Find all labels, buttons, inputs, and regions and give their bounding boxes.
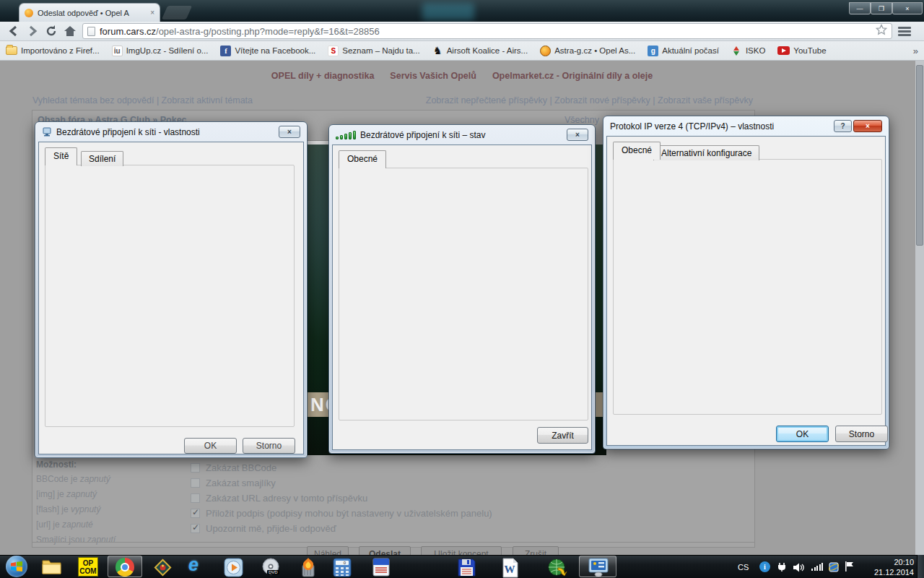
checkbox-attach-signature[interactable]: Přiložit podpis (podpisy mohou být nasta… <box>191 508 492 519</box>
chrome-icon[interactable] <box>116 558 134 577</box>
tab-alternative[interactable]: Alternativní konfigurace <box>653 145 759 160</box>
tray-volume-icon[interactable] <box>793 562 805 575</box>
close-button[interactable]: × <box>892 2 923 14</box>
scrollbar-thumb[interactable] <box>916 65 923 246</box>
bookmark-seznam[interactable]: SSeznam – Najdu ta... <box>328 46 419 56</box>
youtube-icon <box>777 46 790 55</box>
tab-general[interactable]: Obecné <box>339 150 386 168</box>
bookmark-pocasi[interactable]: gAktuální počasí <box>648 46 719 56</box>
tray-info-icon[interactable]: i <box>759 561 770 572</box>
tray-windows-update-icon[interactable] <box>828 561 840 576</box>
save-draft-button[interactable]: Uložit koncept <box>421 546 502 555</box>
address-bar[interactable]: forum.cars.cz/opel-astra-g/posting.php?m… <box>82 23 892 39</box>
taskbar-ie-icon[interactable]: e <box>188 554 199 575</box>
partner-links: OPEL díly + diagnostika Servis Vašich Op… <box>0 71 924 81</box>
nav-left-links[interactable]: Vyhledat témata bez odpovědí | Zobrazit … <box>32 95 253 105</box>
google-icon: g <box>648 46 658 56</box>
option-smilies: Smajlíci jsou zapnutí <box>36 535 116 545</box>
dialog-titlebar[interactable]: Bezdrátové připojení k síti - vlastnosti… <box>35 122 307 142</box>
filter-label: Všechny <box>565 115 599 125</box>
home-icon[interactable] <box>61 23 79 39</box>
bookmark-facebook[interactable]: fVítejte na Facebook... <box>220 46 315 56</box>
tab-page <box>613 159 882 415</box>
taskbar-dvd-icon[interactable]: DVD <box>261 558 281 578</box>
tab-close-icon[interactable]: × <box>150 9 154 17</box>
browser-tab[interactable]: Odeslat odpověď • Opel A × <box>19 3 160 22</box>
bookmark-youtube[interactable]: YouTube <box>777 46 826 55</box>
tray-power-icon[interactable] <box>777 562 787 575</box>
tab-sharing[interactable]: Sdílení <box>81 151 123 166</box>
show-desktop-button[interactable] <box>917 555 924 578</box>
submit-button[interactable]: Odeslat <box>359 546 411 555</box>
cancel-button[interactable]: Storno <box>243 438 295 454</box>
ok-button[interactable]: OK <box>776 426 829 442</box>
checkbox-icon[interactable] <box>191 509 200 518</box>
tab-networking[interactable]: Sítě <box>45 147 77 165</box>
bookmark-imgup[interactable]: iuImgUp.cz - Sdílení o... <box>112 46 209 56</box>
airsoft-icon: ♞ <box>432 46 443 56</box>
divider <box>32 542 755 543</box>
nav-right-links[interactable]: Zobrazit nepřečtené příspěvky | Zobrazit… <box>426 95 753 105</box>
cancel-form-button[interactable]: Zrušit <box>513 546 559 555</box>
restore-button[interactable]: ❐ <box>871 2 892 14</box>
dialog-titlebar[interactable]: Protokol IP verze 4 (TCP/IPv4) – vlastno… <box>603 116 889 136</box>
bookmark-airsoft[interactable]: ♞Airsoft Koalice - Airs... <box>432 46 528 56</box>
close-dialog-button[interactable]: Zavřít <box>537 427 588 444</box>
tray-action-center-flag-icon[interactable] <box>845 561 854 574</box>
browser-toolbar: forum.cars.cz/opel-astra-g/posting.php?m… <box>0 22 924 41</box>
page-scrollbar[interactable] <box>915 61 924 555</box>
taskbar-diamond-app-icon[interactable] <box>153 558 173 578</box>
taskbar-opcom-icon[interactable]: OPCOM <box>78 557 98 577</box>
taskbar-wmp-icon[interactable] <box>224 558 243 578</box>
checkbox-icon[interactable] <box>191 463 200 473</box>
minimize-button[interactable]: — <box>849 2 871 14</box>
link-servis[interactable]: Servis Vašich Opelů <box>390 71 476 81</box>
taskbar-calculator-icon[interactable]: 0 <box>333 558 352 578</box>
reload-icon[interactable] <box>42 23 61 39</box>
dialog-titlebar[interactable]: Bezdrátové připojení k síti – stav × <box>329 125 595 144</box>
tab-page <box>339 168 588 420</box>
checkbox-icon[interactable] <box>191 493 200 503</box>
option-flash: [flash] je vypnutý <box>36 504 100 514</box>
bookmark-imported[interactable]: Importováno z Firef... <box>6 46 100 55</box>
forward-icon[interactable] <box>23 23 42 39</box>
chrome-menu-icon[interactable] <box>898 27 911 36</box>
start-button[interactable] <box>6 556 27 577</box>
preview-button[interactable]: Náhled <box>307 546 349 555</box>
bookmark-isko[interactable]: ISKO <box>731 46 765 56</box>
network-settings-icon[interactable] <box>588 558 609 578</box>
taskbar-app-icon[interactable] <box>372 558 390 578</box>
tab-general[interactable]: Obecné <box>613 142 661 160</box>
close-icon[interactable]: × <box>279 126 300 138</box>
link-opel-dily[interactable]: OPEL díly + diagnostika <box>271 71 375 81</box>
bookmarks-overflow-icon[interactable]: » <box>913 46 918 56</box>
back-icon[interactable] <box>4 23 23 39</box>
checkbox-disable-smilies[interactable]: Zakázat smajlíky <box>191 478 276 488</box>
bookmark-astra[interactable]: Astra-g.cz • Opel As... <box>540 46 635 56</box>
tray-clock[interactable]: 20:1021.12.2014 <box>860 557 914 577</box>
close-icon[interactable]: × <box>853 120 882 132</box>
cancel-button[interactable]: Storno <box>835 426 888 442</box>
checkbox-disable-urls[interactable]: Zakázat URL adresy v tomto příspěvku <box>191 493 367 504</box>
option-url: [url] je zapnuté <box>36 519 93 530</box>
taskbar-globe-download-icon[interactable] <box>547 558 567 578</box>
ok-button[interactable]: OK <box>184 438 237 454</box>
dialog-body: Obecné Připojení Připojení pomocí protok… <box>332 144 592 450</box>
checkbox-disable-bbcode[interactable]: Zakázat BBCode <box>191 462 276 473</box>
tray-language-indicator[interactable]: CS <box>738 563 749 571</box>
bookmarks-bar: Importováno z Firef... iuImgUp.cz - Sdíl… <box>0 41 924 61</box>
taskbar-explorer-icon[interactable] <box>42 558 61 577</box>
taskbar-word-icon[interactable]: W <box>500 558 519 578</box>
link-opelmarket[interactable]: Opelmarket.cz - Originální díly a oleje <box>492 71 653 81</box>
checkbox-notify-reply[interactable]: Upozornit mě, přijde-li odpověď <box>191 523 336 534</box>
url-text[interactable]: forum.cars.cz/opel-astra-g/posting.php?m… <box>100 26 871 37</box>
checkbox-icon[interactable] <box>191 524 200 533</box>
close-icon[interactable]: × <box>567 129 588 141</box>
tray-network-signal-icon[interactable] <box>811 563 823 571</box>
taskbar-burn-app-icon[interactable] <box>298 558 318 578</box>
taskbar-floppy-icon[interactable] <box>457 558 476 578</box>
bookmark-star-icon[interactable] <box>876 24 887 38</box>
seznam-icon: S <box>328 46 339 56</box>
help-icon[interactable]: ? <box>834 120 852 132</box>
checkbox-icon[interactable] <box>191 478 200 488</box>
